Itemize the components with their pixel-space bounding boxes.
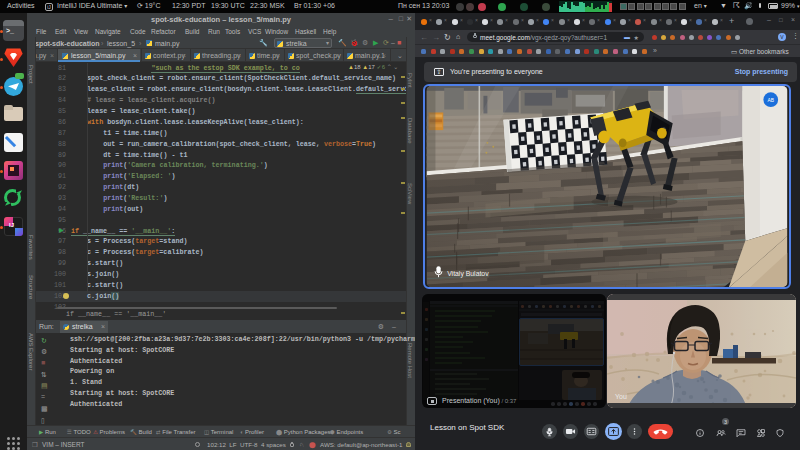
svg-text:AB: AB [767,98,774,103]
svg-text:You: You [615,393,627,400]
svg-text:Vitaly Bulatov: Vitaly Bulatov [447,270,489,278]
